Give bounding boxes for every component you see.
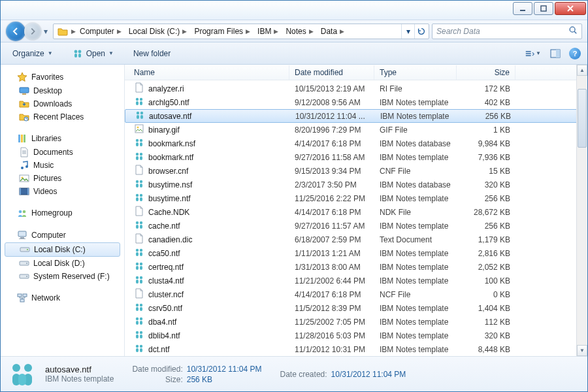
file-row[interactable]: archlg50.ntf9/12/2008 9:56 AMIBM Notes t… [125,95,587,109]
file-size: 7,936 KB [457,153,515,162]
sidebar-item-downloads[interactable]: Downloads [1,97,124,110]
file-type: RI File [374,84,457,93]
file-row[interactable]: analyzer.ri10/15/2013 2:19 AMRI File172 … [125,82,587,95]
sidebar-item-system-reserved[interactable]: System Reserved (F:) [1,270,124,283]
minimize-button[interactable] [513,2,532,15]
file-row[interactable]: binary.gif8/20/1996 7:29 PMGIF File1 KB [125,123,587,137]
back-button[interactable] [6,22,25,41]
sidebar-item-local-disk-d[interactable]: Local Disk (D:) [1,257,124,270]
column-date-modified[interactable]: Date modified [289,65,374,80]
file-row[interactable]: cca50.ntf1/11/2013 1:21 AMIBM Notes temp… [125,246,587,260]
svg-point-49 [136,139,139,142]
sidebar-item-desktop[interactable]: Desktop [1,84,124,97]
file-row[interactable]: clusta4.ntf11/21/2002 6:44 PMIBM Notes t… [125,274,587,287]
search-icon[interactable] [568,25,578,37]
refresh-button[interactable] [414,24,427,39]
scroll-up-button[interactable]: ▲ [577,65,587,76]
breadcrumb-data[interactable]: Data▶ [318,25,348,38]
preview-pane-button[interactable] [547,46,564,61]
sidebar-item-pictures[interactable]: Pictures [1,172,124,185]
file-row[interactable]: csrv50.ntf11/5/2012 8:39 PMIBM Notes tem… [125,301,587,315]
vertical-scrollbar[interactable]: ▲ ▼ [576,65,587,356]
scroll-track[interactable] [577,76,587,345]
svg-rect-91 [136,335,139,338]
file-type: NCF File [374,290,457,299]
file-row[interactable]: bookmark.ntf9/27/2016 11:58 AMIBM Notes … [125,150,587,164]
file-row[interactable]: canadien.dic6/18/2007 2:59 PMText Docume… [125,233,587,246]
svg-rect-22 [20,188,29,195]
file-row[interactable]: busytime.nsf2/3/2017 3:50 PMIBM Notes da… [125,178,587,191]
ntf-icon [134,329,144,342]
file-type: IBM Notes template [374,153,457,162]
forward-button[interactable] [24,23,41,40]
column-name[interactable]: Name [129,65,289,80]
file-name: dct.ntf [148,345,170,354]
file-row[interactable]: dblib4.ntf11/28/2016 5:03 PMIBM Notes te… [125,329,587,342]
sidebar-network-header[interactable]: Network [1,291,124,305]
open-button[interactable]: Open▼ [67,46,119,61]
new-folder-button[interactable]: New folder [128,46,176,61]
file-row[interactable]: cache.ntf9/27/2016 11:57 AMIBM Notes tem… [125,219,587,233]
file-row[interactable]: dct.ntf11/1/2012 10:31 PMIBM Notes templ… [125,342,587,356]
svg-point-94 [140,345,142,348]
title-bar [1,1,587,20]
maximize-button[interactable] [534,2,553,15]
breadcrumb-program-files[interactable]: Program Files▶ [191,25,254,38]
file-date: 4/14/2017 6:18 PM [289,139,374,148]
file-date: 11/25/2002 7:05 PM [289,318,374,327]
file-size: 256 KB [457,221,515,231]
organize-button[interactable]: Organize▼ [7,46,58,61]
nav-history-dropdown[interactable]: ▾ [41,23,50,40]
file-size: 112 KB [457,318,515,327]
breadcrumb-ibm[interactable]: IBM▶ [254,25,282,38]
column-size[interactable]: Size [457,65,515,80]
search-input[interactable]: Search Data [432,24,582,39]
file-row[interactable]: autosave.ntf10/31/2012 11:04 ...IBM Note… [125,109,587,123]
gif-icon [134,123,144,136]
ntf-icon [134,96,144,108]
breadcrumb-computer[interactable]: Computer▶ [76,25,125,38]
breadcrumb-localdisk-c[interactable]: Local Disk (C:)▶ [125,25,191,38]
column-headers: Name Date modified Type Size [125,65,587,80]
sidebar-item-videos[interactable]: Videos [1,185,124,198]
view-options-button[interactable]: ▼ [525,46,542,61]
file-size: 100 KB [457,276,515,286]
ntf-icon [134,192,144,204]
column-type[interactable]: Type [374,65,457,80]
svg-rect-11 [556,50,560,57]
sidebar-computer-header[interactable]: Computer [1,228,124,242]
file-row[interactable]: Cache.NDK4/14/2017 6:18 PMNDK File28,672… [125,205,587,219]
file-name: cca50.ntf [148,249,180,258]
sidebar-libraries-header[interactable]: Libraries [1,131,124,146]
breadcrumb[interactable]: ▶ Computer▶ Local Disk (C:)▶ Program Fil… [53,24,429,39]
svg-point-26 [23,210,26,214]
file-row[interactable]: dba4.ntf11/25/2002 7:05 PMIBM Notes temp… [125,315,587,329]
sidebar-favorites-header[interactable]: Favorites [1,70,124,84]
breadcrumb-notes[interactable]: Notes▶ [282,25,317,38]
svg-point-61 [136,194,139,197]
svg-rect-79 [136,280,139,284]
file-row[interactable]: cluster.ncf4/14/2017 6:18 PMNCF File0 KB [125,287,587,301]
scroll-thumb[interactable] [578,89,587,148]
file-date: 2/3/2017 3:50 PM [289,180,374,189]
file-type: Text Document [374,235,457,244]
file-row[interactable]: browser.cnf9/15/2013 9:34 PMCNF File15 K… [125,164,587,178]
sidebar-homegroup-header[interactable]: Homegroup [1,206,124,220]
sidebar-item-music[interactable]: Music [1,159,124,172]
sidebar-item-documents[interactable]: Documents [1,146,124,159]
file-date: 4/14/2017 6:18 PM [289,208,374,217]
file-row[interactable]: bookmark.nsf4/14/2017 6:18 PMIBM Notes d… [125,137,587,150]
svg-rect-27 [18,231,26,237]
file-row[interactable]: certreq.ntf1/31/2013 8:00 AMIBM Notes te… [125,260,587,274]
close-button[interactable] [555,2,586,15]
sidebar-item-local-disk-c[interactable]: Local Disk (C:) [5,242,120,257]
help-button[interactable]: ? [569,48,581,59]
file-row[interactable]: busytime.ntf11/25/2016 2:22 PMIBM Notes … [125,191,587,205]
scroll-down-button[interactable]: ▼ [577,345,587,356]
nsf-icon [134,178,144,191]
file-name: dblib4.ntf [148,331,180,340]
svg-rect-9 [526,55,531,56]
sidebar-item-recent-places[interactable]: Recent Places [1,110,124,123]
file-size: 1,404 KB [457,304,515,313]
breadcrumb-dropdown[interactable]: ▾ [401,24,414,39]
